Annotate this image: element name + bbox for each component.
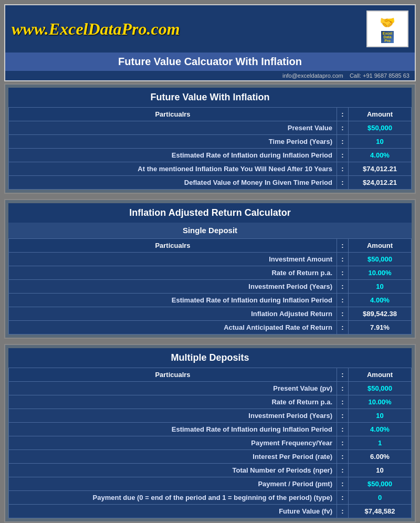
row5-label: Deflated Value of Money In Given Time Pe… <box>9 176 337 190</box>
s2-row5-label: Inflation Adjusted Return <box>9 307 337 321</box>
s2-row3-label: Investment Period (Years) <box>9 280 337 294</box>
section2-title-bar: Inflation Adjusted Return Calculator <box>8 203 412 223</box>
row4-label: At the mentioned Inflation Rate You Will… <box>9 162 337 176</box>
table-row: Total Number of Periods (nper) : 10 <box>9 464 412 477</box>
section3-col2-header: Amount <box>349 368 412 382</box>
s3-row7-label: Total Number of Periods (nper) <box>9 464 337 477</box>
s3-row9-value: 0 <box>349 491 412 505</box>
section1-title-bar: Future Value With Inflation <box>8 88 412 107</box>
section3-title: Multiple Deposits <box>171 352 249 363</box>
row5-value: $24,012.21 <box>349 176 412 190</box>
section1-table: Particualrs : Amount Present Value : $50… <box>8 107 412 190</box>
s2-row4-value: 4.00% <box>349 294 412 307</box>
table-row: Payment / Period (pmt) : $50,000 <box>9 477 412 491</box>
table-row: Rate of Return p.a. : 10.00% <box>9 266 412 280</box>
row4-sep: : <box>337 162 349 176</box>
logo-badge: ExcelDataPro <box>381 31 394 43</box>
section2-subtitle: Single Deposit <box>183 226 237 235</box>
contact-phone: Call: +91 9687 8585 63 <box>350 72 410 79</box>
table-row: Actual Anticipated Rate of Return : 7.91… <box>9 321 412 334</box>
subtitle-text: Future Value Calcuator With Inflation <box>118 56 302 67</box>
row1-sep: : <box>337 121 349 135</box>
s2-row3-value: 10 <box>349 280 412 294</box>
section1-col1-header: Particualrs <box>9 108 337 121</box>
s3-row9-label: Payment due (0 = end of the period and 1… <box>9 491 337 505</box>
table-row: Investment Period (Years) : 10 <box>9 409 412 423</box>
section3-table: Particualrs : Amount Present Value (pv) … <box>8 368 412 518</box>
table-row: Time Period (Years) : 10 <box>9 135 412 149</box>
s3-row3-label: Investment Period (Years) <box>9 409 337 423</box>
row1-label: Present Value <box>9 121 337 135</box>
s2-row1-label: Investment Amount <box>9 253 337 266</box>
s3-row7-value: 10 <box>349 464 412 477</box>
subtitle-bar: Future Value Calcuator With Inflation <box>5 53 415 71</box>
s2-row6-label: Actual Anticipated Rate of Return <box>9 321 337 334</box>
section3: Multiple Deposits Particualrs : Amount P… <box>4 344 416 522</box>
s2-row5-value: $89,542.38 <box>349 307 412 321</box>
s3-row8-value: $50,000 <box>349 477 412 491</box>
section2-col1-header: Particualrs <box>9 239 337 253</box>
s3-row1-label: Present Value (pv) <box>9 382 337 395</box>
table-row: Rate of Return p.a. : 10.00% <box>9 395 412 409</box>
table-row: Future Value (fv) : $7,48,582 <box>9 505 412 518</box>
s3-row6-value: 6.00% <box>349 450 412 464</box>
s2-row1-value: $50,000 <box>349 253 412 266</box>
section2: Inflation Adjusted Return Calculator Sin… <box>4 199 416 339</box>
s3-row3-value: 10 <box>349 409 412 423</box>
section1: Future Value With Inflation Particualrs … <box>4 83 416 194</box>
section2-col-sep: : <box>337 239 349 253</box>
s2-row2-label: Rate of Return p.a. <box>9 266 337 280</box>
section1-col-sep: : <box>337 108 349 121</box>
s3-row4-value: 4.00% <box>349 423 412 436</box>
s3-row10-value: $7,48,582 <box>349 505 412 518</box>
contact-bar: info@exceldatapro.com Call: +91 9687 858… <box>5 71 415 80</box>
row2-sep: : <box>337 135 349 149</box>
s3-row8-label: Payment / Period (pmt) <box>9 477 337 491</box>
website-title: www.ExcelDataPro.com <box>12 19 180 39</box>
section2-title: Inflation Adjusted Return Calculator <box>129 207 290 218</box>
s3-row1-value: $50,000 <box>349 382 412 395</box>
section3-col1-header: Particualrs <box>9 368 337 382</box>
row1-value: $50,000 <box>349 121 412 135</box>
logo-box: 🤝 ExcelDataPro <box>366 11 408 47</box>
section2-header-row: Particualrs : Amount <box>9 239 412 253</box>
table-row: Investment Period (Years) : 10 <box>9 280 412 294</box>
section3-header-row: Particualrs : Amount <box>9 368 412 382</box>
row4-value: $74,012.21 <box>349 162 412 176</box>
table-row: Estimated Rate of Inflation during Infla… <box>9 294 412 307</box>
section1-header-row: Particualrs : Amount <box>9 108 412 121</box>
s3-row10-label: Future Value (fv) <box>9 505 337 518</box>
s2-row6-value: 7.91% <box>349 321 412 334</box>
table-row: Inflation Adjusted Return : $89,542.38 <box>9 307 412 321</box>
logo-icon: 🤝 <box>380 15 395 30</box>
website-text: www.ExcelDataPro.com <box>12 19 180 38</box>
section3-title-bar: Multiple Deposits <box>8 348 412 368</box>
header-top: www.ExcelDataPro.com 🤝 ExcelDataPro <box>5 5 415 53</box>
table-row: Payment due (0 = end of the period and 1… <box>9 491 412 505</box>
table-row: Present Value (pv) : $50,000 <box>9 382 412 395</box>
row3-label: Estimated Rate of Inflation during Infla… <box>9 149 337 162</box>
table-row: Payment Frequency/Year : 1 <box>9 436 412 450</box>
section2-table: Particualrs : Amount Investment Amount :… <box>8 238 412 334</box>
section2-col2-header: Amount <box>349 239 412 253</box>
row3-value: 4.00% <box>349 149 412 162</box>
section1-col2-header: Amount <box>349 108 412 121</box>
row3-sep: : <box>337 149 349 162</box>
s2-row2-value: 10.00% <box>349 266 412 280</box>
s3-row2-value: 10.00% <box>349 395 412 409</box>
s3-row5-label: Payment Frequency/Year <box>9 436 337 450</box>
section2-subtitle-bar: Single Deposit <box>8 223 412 238</box>
section3-col-sep: : <box>337 368 349 382</box>
s3-row6-label: Interest Per Period (rate) <box>9 450 337 464</box>
contact-email: info@exceldatapro.com <box>282 72 343 79</box>
table-row: Interest Per Period (rate) : 6.00% <box>9 450 412 464</box>
row2-value: 10 <box>349 135 412 149</box>
table-row: Present Value : $50,000 <box>9 121 412 135</box>
section1-title: Future Value With Inflation <box>151 92 270 102</box>
table-row: At the mentioned Inflation Rate You Will… <box>9 162 412 176</box>
table-row: Deflated Value of Money In Given Time Pe… <box>9 176 412 190</box>
s3-row4-label: Estimated Rate of Inflation during Infla… <box>9 423 337 436</box>
page-wrapper: www.ExcelDataPro.com 🤝 ExcelDataPro Futu… <box>0 0 420 523</box>
row2-label: Time Period (Years) <box>9 135 337 149</box>
s3-row5-value: 1 <box>349 436 412 450</box>
